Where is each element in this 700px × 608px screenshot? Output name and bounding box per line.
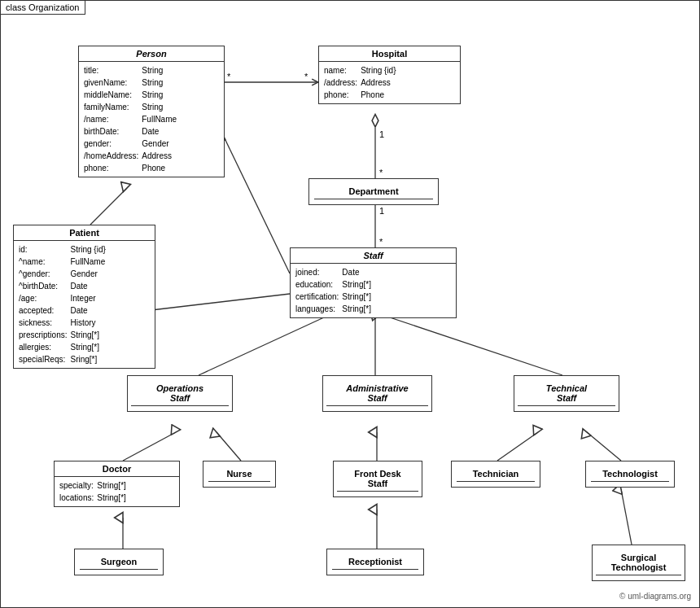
svg-line-18 [123, 432, 176, 461]
surgical-technologist-header: SurgicalTechnologist [596, 550, 681, 575]
diagram-container: class Organization * * * 1 [0, 0, 700, 608]
doctor-body: specialty:String[*] locations:String[*] [55, 477, 179, 506]
svg-text:1: 1 [379, 129, 384, 139]
svg-line-13 [151, 294, 290, 310]
patient-body: id:String {id} ^name:FullName ^gender:Ge… [14, 241, 155, 368]
technical-staff-class: TechnicalStaff [514, 375, 619, 412]
patient-class: Patient id:String {id} ^name:FullName ^g… [13, 225, 155, 369]
staff-body: joined:Date education:String[*] certific… [291, 264, 456, 317]
watermark: © uml-diagrams.org [619, 592, 691, 601]
svg-line-25 [621, 489, 632, 545]
receptionist-header: Receptionist [332, 554, 418, 570]
svg-line-15 [199, 313, 335, 375]
technical-staff-header: TechnicalStaff [518, 381, 615, 406]
staff-header: Staff [291, 248, 456, 264]
svg-text:*: * [227, 72, 231, 81]
technologist-header: Technologist [591, 466, 669, 482]
svg-line-19 [217, 432, 241, 461]
department-class: Department [308, 178, 439, 205]
patient-header: Patient [14, 225, 155, 241]
person-class: Person title:String givenName:String mid… [78, 46, 225, 177]
administrative-staff-class: AdministrativeStaff [322, 375, 432, 412]
nurse-header: Nurse [208, 466, 270, 482]
hospital-body: name:String {id} /address:Address phone:… [319, 62, 460, 103]
technician-class: Technician [451, 461, 540, 488]
administrative-staff-header: AdministrativeStaff [326, 381, 428, 406]
svg-text:*: * [304, 72, 308, 81]
diagram-title: class Organization [1, 1, 85, 15]
doctor-header: Doctor [55, 461, 179, 477]
hospital-header: Hospital [319, 46, 460, 62]
receptionist-class: Receptionist [326, 549, 424, 575]
surgeon-class: Surgeon [74, 549, 164, 575]
staff-class: Staff joined:Date education:String[*] ce… [290, 247, 457, 318]
nurse-class: Nurse [203, 461, 276, 488]
surgical-technologist-class: SurgicalTechnologist [592, 545, 685, 581]
operations-staff-header: OperationsStaff [131, 381, 229, 406]
svg-line-22 [587, 432, 621, 461]
svg-text:*: * [379, 168, 383, 177]
surgeon-header: Surgeon [80, 554, 158, 570]
person-header: Person [79, 46, 224, 62]
person-body: title:String givenName:String middleName… [79, 62, 224, 177]
department-header: Department [314, 184, 433, 199]
doctor-class: Doctor specialty:String[*] locations:Str… [54, 461, 180, 507]
front-desk-staff-class: Front DeskStaff [333, 461, 422, 497]
svg-line-11 [90, 188, 127, 225]
svg-text:1: 1 [379, 206, 384, 216]
technologist-class: Technologist [585, 461, 675, 488]
svg-line-17 [375, 313, 562, 375]
hospital-class: Hospital name:String {id} /address:Addre… [318, 46, 461, 104]
svg-line-21 [497, 432, 538, 461]
svg-line-12 [223, 135, 290, 273]
operations-staff-class: OperationsStaff [127, 375, 233, 412]
technician-header: Technician [457, 466, 535, 482]
svg-text:*: * [379, 237, 383, 247]
front-desk-staff-header: Front DeskStaff [337, 466, 418, 492]
